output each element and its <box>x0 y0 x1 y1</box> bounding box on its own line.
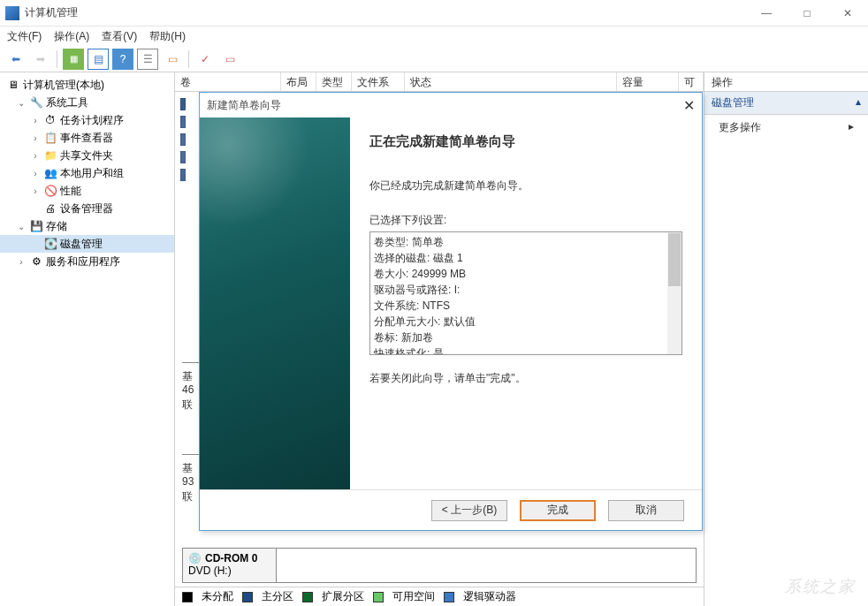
setting-line: 卷类型: 简单卷 <box>374 234 678 250</box>
tree-label: 事件查看器 <box>60 131 113 146</box>
dialog-heading: 正在完成新建简单卷向导 <box>369 133 682 150</box>
col-status[interactable]: 状态 <box>405 72 617 91</box>
close-button[interactable]: ✕ <box>827 0 868 27</box>
actions-group-diskmgmt[interactable]: 磁盘管理 ▴ <box>704 92 868 115</box>
setting-line: 卷标: 新加卷 <box>374 330 678 345</box>
tree-services[interactable]: ›⚙服务和应用程序 <box>0 253 174 270</box>
actions-header: 操作 <box>704 72 868 92</box>
forward-icon[interactable]: ➡ <box>30 49 51 70</box>
properties-icon[interactable]: ▤ <box>88 49 109 70</box>
tree-systools[interactable]: ⌄🔧系统工具 <box>0 94 174 111</box>
action-icon[interactable]: ▭ <box>219 49 240 70</box>
folder-icon: 📁 <box>43 148 57 163</box>
legend-label: 逻辑驱动器 <box>463 589 516 604</box>
setting-line: 快速格式化: 是 <box>374 345 678 355</box>
expander-icon[interactable]: ⌄ <box>16 98 27 108</box>
tree-label: 服务和应用程序 <box>46 254 120 269</box>
col-free[interactable]: 可 <box>679 72 704 91</box>
cdrom-icon: 💿 <box>188 552 202 564</box>
expander-icon[interactable]: › <box>30 133 41 143</box>
tree-perf[interactable]: ›🚫性能 <box>0 182 174 200</box>
maximize-button[interactable]: □ <box>787 0 827 27</box>
show-icon[interactable]: ▭ <box>162 49 183 70</box>
event-icon: 📋 <box>43 131 57 145</box>
tree-label: 共享文件夹 <box>60 148 113 163</box>
new-volume-wizard-dialog: 新建简单卷向导 ✕ 正在完成新建简单卷向导 你已经成功完成新建简单卷向导。 已选… <box>199 92 703 531</box>
tree-shared[interactable]: ›📁共享文件夹 <box>0 147 174 164</box>
legend: 未分配 主分区 扩展分区 可用空间 逻辑驱动器 <box>175 587 704 606</box>
tree-label: 设备管理器 <box>60 201 113 216</box>
back-button-label: < 上一步(B) <box>442 503 497 518</box>
views-icon[interactable]: ▦ <box>63 49 84 70</box>
finish-button[interactable]: 完成 <box>520 500 596 521</box>
help-icon[interactable]: ? <box>112 49 133 70</box>
expander-icon[interactable]: › <box>30 186 41 196</box>
tree-root[interactable]: 🖥计算机管理(本地) <box>0 76 174 94</box>
computer-icon: 🖥 <box>6 78 20 92</box>
setting-line: 驱动器号或路径: I: <box>374 282 678 298</box>
disk-size-partial: 46 <box>182 383 194 396</box>
users-icon: 👥 <box>43 166 57 180</box>
legend-swatch-logical <box>444 592 454 602</box>
col-capacity[interactable]: 容量 <box>617 72 679 91</box>
tree-users[interactable]: ›👥本地用户和组 <box>0 164 174 182</box>
tree-storage[interactable]: ⌄💾存储 <box>0 217 174 235</box>
menu-action[interactable]: 操作(A) <box>54 29 89 44</box>
back-icon[interactable]: ⬅ <box>5 49 27 70</box>
tree-diskmgmt[interactable]: 💽磁盘管理 <box>0 235 174 253</box>
disk-size-partial: 93 <box>182 475 194 488</box>
cancel-button-label: 取消 <box>636 503 657 518</box>
tree-label: 计算机管理(本地) <box>23 78 104 93</box>
scrollbar-thumb[interactable] <box>668 233 681 286</box>
expander-icon[interactable]: › <box>30 116 41 125</box>
menu-bar: 文件(F) 操作(A) 查看(V) 帮助(H) <box>0 27 868 46</box>
menu-help[interactable]: 帮助(H) <box>149 29 186 44</box>
legend-label: 扩展分区 <box>322 589 364 604</box>
cdrom-panel[interactable]: 💿CD-ROM 0 DVD (H:) <box>182 548 697 583</box>
expander-icon[interactable]: › <box>30 169 41 178</box>
cancel-button[interactable]: 取消 <box>608 500 684 521</box>
tree-label: 存储 <box>46 219 67 234</box>
listbox-scrollbar[interactable] <box>667 232 681 354</box>
finish-button-label: 完成 <box>547 503 568 518</box>
actions-more[interactable]: 更多操作 ▸ <box>704 115 868 140</box>
settings-listbox[interactable]: 卷类型: 简单卷 选择的磁盘: 磁盘 1 卷大小: 249999 MB 驱动器号… <box>369 231 682 355</box>
toolbar: ⬅ ➡ ▦ ▤ ? ☰ ▭ ✓ ▭ <box>0 46 868 72</box>
expander-icon[interactable]: › <box>16 257 27 267</box>
legend-label: 主分区 <box>262 589 293 604</box>
tree-event[interactable]: ›📋事件查看器 <box>0 129 174 147</box>
expander-icon[interactable]: › <box>30 151 41 161</box>
tree-label: 系统工具 <box>46 95 88 110</box>
minimize-button[interactable]: — <box>746 0 787 27</box>
device-icon: 🖨 <box>43 201 57 216</box>
list-icon[interactable]: ☰ <box>137 49 158 70</box>
legend-swatch-primary <box>242 592 253 602</box>
legend-label: 可用空间 <box>392 589 435 604</box>
tree-task[interactable]: ›⏱任务计划程序 <box>0 111 174 129</box>
col-type[interactable]: 类型 <box>316 72 352 91</box>
back-button[interactable]: < 上一步(B) <box>431 500 507 521</box>
col-layout[interactable]: 布局 <box>281 72 316 91</box>
actions-more-label: 更多操作 <box>719 120 761 135</box>
expander-icon[interactable]: ⌄ <box>16 222 27 231</box>
actions-pane: 操作 磁盘管理 ▴ 更多操作 ▸ <box>704 72 868 606</box>
dialog-close-icon[interactable]: ✕ <box>683 97 695 114</box>
tree-label: 本地用户和组 <box>60 166 124 181</box>
collapse-icon[interactable]: ▴ <box>856 95 861 110</box>
perf-icon: 🚫 <box>43 184 57 198</box>
menu-file[interactable]: 文件(F) <box>7 29 42 44</box>
services-icon: ⚙ <box>29 254 43 269</box>
menu-view[interactable]: 查看(V) <box>102 29 137 44</box>
tools-icon: 🔧 <box>29 95 43 110</box>
setting-line: 选择的磁盘: 磁盘 1 <box>374 250 678 266</box>
refresh-icon[interactable]: ✓ <box>194 49 216 70</box>
legend-swatch-free <box>373 592 384 602</box>
window-title: 计算机管理 <box>25 5 746 20</box>
setting-line: 文件系统: NTFS <box>374 298 678 314</box>
tree-label: 磁盘管理 <box>60 237 103 252</box>
tree-devmgr[interactable]: 🖨设备管理器 <box>0 200 174 217</box>
col-fs[interactable]: 文件系统 <box>352 72 405 91</box>
cdrom-name: CD-ROM 0 <box>205 552 257 564</box>
disk-label-partial: 基 <box>182 461 193 476</box>
dialog-close-hint: 若要关闭此向导，请单击"完成"。 <box>369 371 682 386</box>
